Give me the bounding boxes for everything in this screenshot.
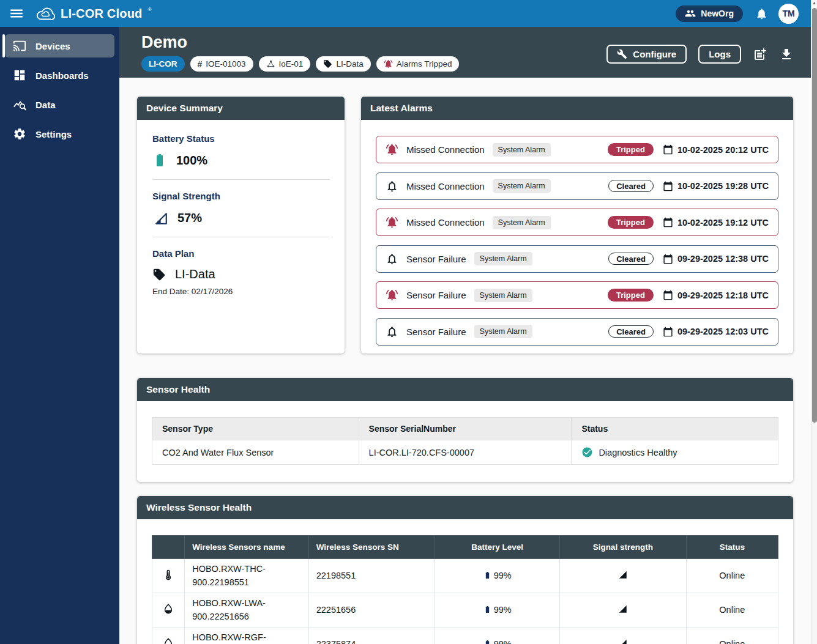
main-content: Device Summary Battery Status 100% Signa… [119,78,811,644]
sensor-health-table: Sensor Type Sensor SerialNumber Status C… [152,417,778,465]
status-cell: Online [686,593,778,627]
signal-strength-cell [559,559,686,593]
device-summary-body: Battery Status 100% Signal Strength 57% … [137,120,345,309]
post-add-icon[interactable] [753,47,767,62]
alarm-row[interactable]: Missed Connection System Alarm Cleared 1… [376,172,778,200]
alarm-row[interactable]: Sensor Failure System Alarm Cleared 09-2… [376,318,778,346]
alarm-timestamp: 10-02-2025 19:28 UTC [663,181,769,191]
sidebar: Devices Dashboards Data Settings [0,27,119,644]
alarm-bell-outline-icon [386,180,398,193]
latest-alarms-title: Latest Alarms [361,97,793,120]
table-row: HOBO.RXW-RGF-900.22375874 22375874 99% O… [152,627,778,644]
org-switcher-button[interactable]: NewOrg [676,6,743,22]
wireless-sensor-table: Wireless Sensors name Wireless Sensors S… [152,535,778,644]
icon-column-header [152,536,185,559]
notifications-bell-icon[interactable] [755,7,768,20]
status-cell: Online [686,627,778,644]
alarm-name: Sensor Failure [406,327,466,337]
sidebar-item-dashboards[interactable]: Dashboards [5,64,114,87]
alarm-row[interactable]: Missed Connection System Alarm Tripped 1… [376,209,778,236]
battery-status-value-row: 100% [152,152,329,168]
timestamp-text: 10-02-2025 19:28 UTC [677,181,769,191]
alarm-type-badge: System Alarm [474,252,532,265]
page-scrollbar[interactable]: ▲ [811,0,817,644]
alarm-timestamp: 09-29-2025 12:18 UTC [663,290,769,300]
user-avatar[interactable]: TM [778,4,799,24]
column-header: Wireless Sensors SN [308,536,435,559]
menu-icon[interactable] [9,6,24,21]
alarm-type-badge: System Alarm [493,179,551,193]
sensor-serial-cell: LI-COR.LI-720.CFS-00007 [359,440,572,465]
sensor-health-title: Sensor Health [137,378,793,401]
chip-ioe-model: IoE-01 [259,56,311,72]
calendar-icon [663,144,673,155]
configure-button[interactable]: Configure [606,45,687,64]
registered-mark: ® [147,6,151,14]
status-badge: Cleared [608,180,654,192]
alarm-row[interactable]: Sensor Failure System Alarm Tripped 09-2… [376,281,778,309]
battery-text: 99% [494,571,512,580]
signal-strength-label: Signal Strength [152,191,329,201]
column-header: Status [686,536,778,559]
dashboard-icon [13,68,26,82]
water-drop-icon [162,637,174,644]
status-badge: Tripped [608,216,654,229]
sidebar-item-label: Data [35,100,56,110]
scrollbar-thumb[interactable] [812,8,817,423]
data-plan-label: Data Plan [152,248,329,259]
column-header: Wireless Sensors name [185,536,309,559]
battery-icon [483,571,491,579]
battery-level-cell: 99% [435,559,560,593]
data-plan-name: LI-Data [175,267,215,281]
cloud-logo-icon [35,6,55,21]
chip-data-plan: LI-Data [316,56,370,72]
timestamp-text: 09-29-2025 12:03 UTC [677,327,769,336]
check-circle-icon [581,446,593,458]
calendar-icon [663,327,673,337]
alarm-name: Sensor Failure [406,290,466,300]
calendar-icon [663,290,673,300]
hub-icon [266,59,275,68]
query-stats-icon [13,98,26,111]
logs-button[interactable]: Logs [698,45,741,64]
alarm-type-badge: System Alarm [493,216,551,229]
sensor-type-icon-cell [152,627,185,644]
signal-strength-cell [559,593,686,627]
signal-strength-icon [152,210,168,226]
sensor-type-icon-cell [152,593,185,627]
data-plan-value-row: LI-Data [152,267,329,281]
sidebar-item-devices[interactable]: Devices [5,34,114,57]
battery-level-cell: 99% [435,627,560,644]
brand-logo[interactable]: LI-COR Cloud ® [35,6,151,21]
hash-icon: # [198,59,203,69]
alarm-name: Missed Connection [406,181,485,191]
device-summary-card: Device Summary Battery Status 100% Signa… [137,97,345,353]
table-row: HOBO.RXW-LWA-900.22251656 22251656 99% O… [152,593,778,627]
battery-status-label: Battery Status [152,133,329,144]
page-header: Demo LI-COR # IOE-01003 IoE-01 LI-Data A… [119,27,811,78]
thermometer-icon [162,569,174,581]
org-name: NewOrg [701,9,734,18]
alarm-timestamp: 10-02-2025 20:12 UTC [663,144,769,155]
cast-icon [13,39,26,53]
alarm-bell-icon [384,59,393,68]
water-drop-icon [162,603,174,615]
chip-label: Alarms Tripped [397,59,452,68]
alarm-row[interactable]: Missed Connection System Alarm Tripped 1… [376,136,778,163]
sidebar-item-settings[interactable]: Settings [5,122,114,146]
sidebar-item-data[interactable]: Data [5,93,114,116]
status-badge: Tripped [608,289,654,302]
calendar-icon [663,181,673,191]
signal-strength-cell [559,627,686,644]
alarm-name: Missed Connection [406,217,485,228]
download-icon[interactable] [779,47,794,62]
status-text: Diagnostics Healthy [599,448,677,457]
timestamp-text: 10-02-2025 19:12 UTC [677,218,769,228]
alarm-bell-outline-icon [386,253,398,265]
alarm-type-badge: System Alarm [474,325,532,338]
timestamp-text: 09-29-2025 12:18 UTC [677,291,769,300]
status-badge: Cleared [608,325,654,338]
alarm-row[interactable]: Sensor Failure System Alarm Cleared 09-2… [376,245,778,273]
scrollbar-up-arrow-icon[interactable]: ▲ [811,1,817,5]
tag-icon [323,59,332,68]
